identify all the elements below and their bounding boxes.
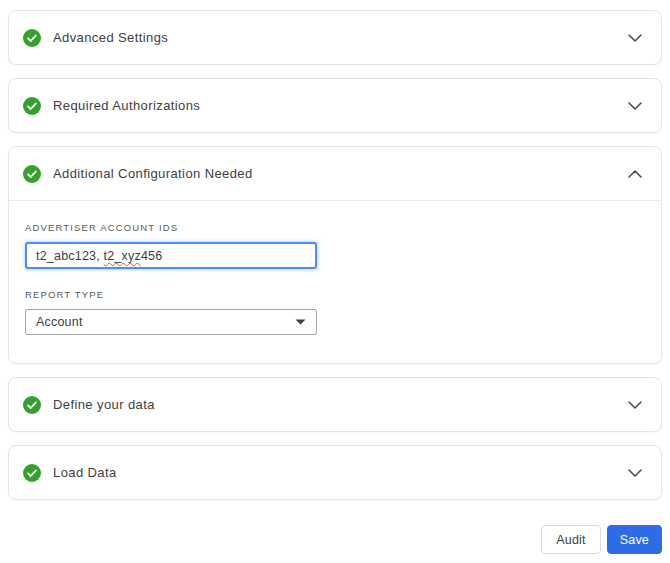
input-value-plain: 456 [141, 249, 162, 263]
advertiser-account-ids-input[interactable]: t2_abc123, t2_xyz456 [25, 242, 317, 269]
panel-title: Additional Configuration Needed [53, 166, 253, 181]
panel-title: Define your data [53, 397, 155, 412]
panel-header-load-data[interactable]: Load Data [9, 446, 661, 499]
chevron-down-icon[interactable] [628, 469, 642, 477]
additional-configuration-form: ADVERTISER ACCOUNT IDS t2_abc123, t2_xyz… [9, 200, 661, 363]
check-circle-icon [23, 464, 41, 482]
action-bar: Audit Save [8, 525, 662, 554]
panel-define-your-data: Define your data [8, 377, 662, 432]
chevron-up-icon[interactable] [628, 170, 642, 178]
panel-title: Advanced Settings [53, 30, 168, 45]
panel-header-required-authorizations[interactable]: Required Authorizations [9, 79, 661, 132]
report-type-select[interactable]: Account [25, 309, 317, 335]
check-circle-icon [23, 29, 41, 47]
panel-header-advanced-settings[interactable]: Advanced Settings [9, 11, 661, 64]
panel-header-define-your-data[interactable]: Define your data [9, 378, 661, 431]
panel-required-authorizations: Required Authorizations [8, 78, 662, 133]
panel-advanced-settings: Advanced Settings [8, 10, 662, 65]
panel-title: Load Data [53, 465, 117, 480]
chevron-down-icon[interactable] [628, 401, 642, 409]
advertiser-account-ids-label: ADVERTISER ACCOUNT IDS [25, 222, 643, 233]
settings-accordion-page: Advanced Settings Required Authorization… [0, 0, 670, 554]
panel-header-additional-configuration[interactable]: Additional Configuration Needed [9, 147, 661, 200]
check-circle-icon [23, 165, 41, 183]
save-button[interactable]: Save [607, 525, 662, 554]
panel-load-data: Load Data [8, 445, 662, 500]
report-type-selected-value: Account [36, 315, 83, 329]
panel-additional-configuration: Additional Configuration Needed ADVERTIS… [8, 146, 662, 364]
check-circle-icon [23, 97, 41, 115]
panel-title: Required Authorizations [53, 98, 200, 113]
audit-button[interactable]: Audit [541, 525, 601, 554]
chevron-down-icon[interactable] [628, 34, 642, 42]
input-value-spellcheck-flagged: t2_xyz [104, 249, 141, 263]
dropdown-caret-icon [295, 319, 306, 325]
check-circle-icon [23, 396, 41, 414]
report-type-label: REPORT TYPE [25, 289, 643, 300]
input-value-plain: t2_abc123, [36, 249, 104, 263]
chevron-down-icon[interactable] [628, 102, 642, 110]
